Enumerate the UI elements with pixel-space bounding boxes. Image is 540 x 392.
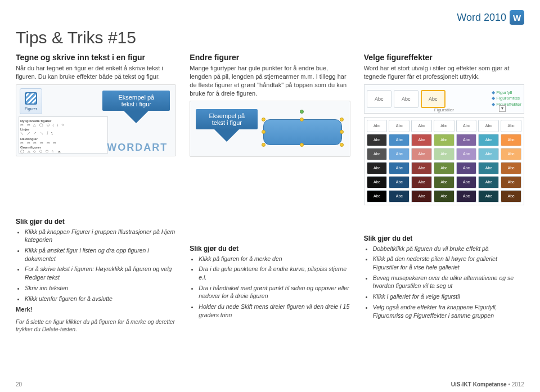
gallery-chip[interactable]: Abc [434,148,454,160]
col2-heading: Endre figurer [190,53,350,62]
shapes-row[interactable]: ◯ △ ◇ ⬠ ⬡ ☆ ☁ [20,149,106,153]
resize-handle-icon[interactable] [262,118,266,121]
gallery-chip[interactable]: Abc [478,190,499,202]
gallery-chip[interactable]: Abc [501,190,521,202]
step-item: Dra i håndtaket med grønt punkt til side… [199,284,350,300]
gallery-chip[interactable]: Abc [411,176,432,188]
gallery-chip[interactable]: Abc [501,162,521,174]
style-chip[interactable]: Abc [367,90,392,108]
gallery-chip[interactable]: Abc [501,176,521,188]
step-item: Klikk på knappen Figurer i gruppen Illus… [25,228,176,244]
example-shape-arrow: Eksempel på tekst i figur [102,91,170,123]
gallery-chip[interactable]: Abc [367,190,388,202]
rotate-handle-icon[interactable] [300,110,304,114]
col2-thumbnail: Eksempel på tekst i figur [190,101,350,157]
gallery-chip[interactable]: Abc [389,190,410,202]
gallery-chip[interactable]: Abc [389,176,410,188]
footer-credit: UiS-IKT Kompetanse • 2012 [451,381,524,388]
step-item: Klikk på ønsket figur i listen og dra op… [25,246,176,263]
gallery-chip[interactable]: Abc [411,162,432,174]
gallery-chip[interactable]: Abc [367,120,388,132]
gallery-chip[interactable]: Abc [501,120,521,132]
adjust-handle-icon[interactable] [300,118,304,121]
gallery-chip[interactable]: Abc [456,134,477,146]
step-item: Klikk utenfor figuren for å avslutte [25,295,176,303]
gallery-chip[interactable]: Abc [389,148,410,160]
figureffekter-button[interactable]: Figureffekter [492,102,521,107]
resize-handle-icon[interactable] [340,143,344,147]
gallery-chip[interactable]: Abc [389,162,410,174]
gallery-chip[interactable]: Abc [411,134,432,146]
callout-line: tekst i figur [198,119,255,126]
figuromriss-button[interactable]: Figuromriss [492,96,521,101]
gallery-chip[interactable]: Abc [411,148,432,160]
gallery-chip[interactable]: Abc [389,120,410,132]
step-item: Klikk på den nederste pilen til høyre fo… [373,255,524,271]
step-item: Holder du nede Skift mens dreier figuren… [199,303,350,319]
how3-list: Dobbeltklikk på figuren du vil bruke eff… [364,245,524,320]
how1-list: Klikk på knappen Figurer i gruppen Illus… [16,228,176,303]
gallery-chip[interactable]: Abc [389,134,410,146]
example-shape-arrow-2: Eksempel på tekst i figur [196,109,258,142]
resize-handle-icon[interactable] [340,118,344,121]
gallery-chip[interactable]: Abc [456,148,477,160]
gallery-chip[interactable]: Abc [501,148,521,160]
style-chip-selected[interactable]: Abc [421,90,446,108]
adjust-handle-icon[interactable] [340,130,344,134]
how2-list: Klikk på figuren for å merke denDra i de… [190,255,350,319]
step-item: Dra i de gule punktene for å endre kurve… [199,265,350,281]
gallery-expand-icon[interactable]: ▾ [499,105,506,112]
gallery-chip[interactable]: Abc [478,120,499,132]
gallery-chip[interactable]: Abc [367,134,388,146]
col3-body: Word har et stort utvalg i stiler og eff… [364,64,524,81]
shape-options[interactable]: Figurfyll Figuromriss Figureffekter [492,90,521,107]
figurer-button[interactable]: Figurer [20,88,42,114]
gallery-chip[interactable]: Abc [456,162,477,174]
gallery-chip[interactable]: Abc [367,148,388,160]
gallery-chip[interactable]: Abc [456,120,477,132]
callout-line: Eksempel på [198,112,255,119]
col3-heading: Velge figureffekter [364,53,524,62]
gallery-chip[interactable]: Abc [411,120,432,132]
col2-body: Mange figurtyper har gule punkter for å … [190,64,350,97]
figurfyll-button[interactable]: Figurfyll [492,90,521,96]
shape-style-gallery[interactable]: AbcAbcAbcAbcAbcAbcAbcAbcAbcAbcAbcAbcAbcA… [364,117,524,205]
gallery-chip[interactable]: Abc [434,190,454,202]
wordart-label: WORDART [107,142,168,154]
gallery-chip[interactable]: Abc [478,162,499,174]
adjust-handle-icon[interactable] [262,130,266,134]
callout-line: tekst i figur [105,101,168,107]
step-item: Klikk på figuren for å merke den [199,255,350,263]
shapes-row[interactable]: ＼ ／ ↗ ↘ ⤴ ⤵ [20,131,106,136]
gallery-chip[interactable]: Abc [434,120,454,132]
how2-title: Slik gjør du det [190,245,350,253]
gallery-chip[interactable]: Abc [478,148,499,160]
shapes-row[interactable]: ▭ ▭ △ ◯ ⬠ { } ☆ [20,123,106,127]
style-chip[interactable]: Abc [394,90,418,108]
adjust-handle-icon[interactable] [300,143,304,147]
shapes-flyout[interactable]: Nylig brukte figurer ▭ ▭ △ ◯ ⬠ { } ☆ Lin… [19,116,108,154]
gallery-chip[interactable]: Abc [434,162,454,174]
gallery-chip[interactable]: Abc [411,190,432,202]
shape-styles-ribbon: Abc Abc Abc Figurfyll Figuromriss Figure… [364,84,524,114]
resize-handle-icon[interactable] [262,143,266,147]
gallery-chip[interactable]: Abc [456,190,477,202]
note-body: For å slette en figur klikker du på figu… [16,318,176,333]
col1-thumbnail: Figurer Nylig brukte figurer ▭ ▭ △ ◯ ⬠ {… [16,84,176,156]
gallery-chip[interactable]: Abc [478,134,499,146]
step-item: Dobbeltklikk på figuren du vil bruke eff… [373,245,524,253]
shapes-row[interactable]: ▭ ▭ ▭ ▭ ▭ ▭ [20,141,106,145]
gallery-chip[interactable]: Abc [501,134,521,146]
step-item: Skriv inn teksten [25,284,176,292]
gallery-chip[interactable]: Abc [434,176,454,188]
gallery-chip[interactable]: Abc [367,176,388,188]
gallery-chip[interactable]: Abc [434,134,454,146]
gallery-chip[interactable]: Abc [367,162,388,174]
gallery-chip[interactable]: Abc [478,176,499,188]
gallery-chip[interactable]: Abc [456,176,477,188]
note-heading: Merk! [16,306,176,313]
page-number: 20 [16,381,22,388]
how1-title: Slik gjør du det [16,218,176,226]
rounded-rect-shape[interactable] [263,119,342,145]
callout-line: Eksempel på [105,94,168,101]
